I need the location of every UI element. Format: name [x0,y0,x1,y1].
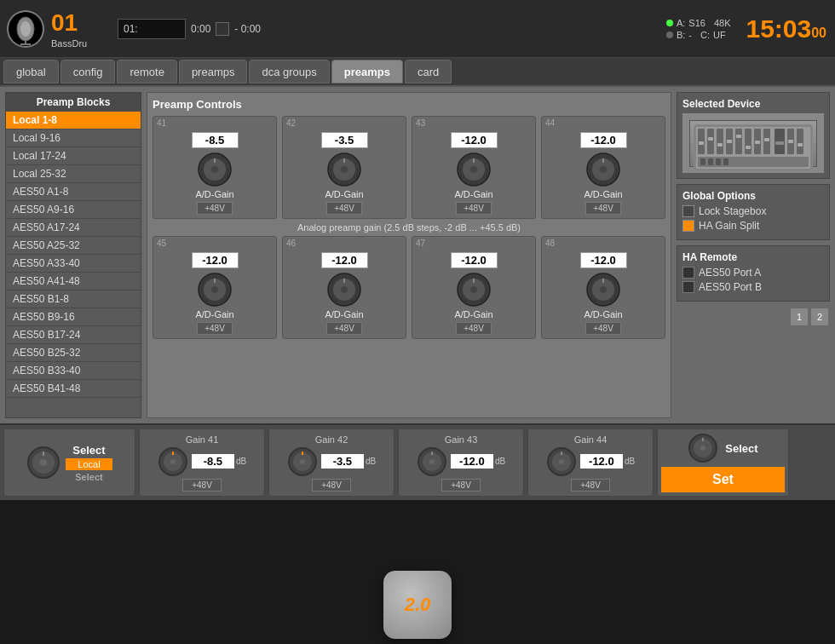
gain42-knob[interactable] [287,446,318,477]
gain42-phantom[interactable]: +48V [312,479,351,492]
tab-preamps-active[interactable]: preamps [331,60,403,83]
svg-point-35 [600,286,607,293]
status-c-value: UF [713,30,726,40]
gain43-phantom[interactable]: +48V [441,479,481,492]
knob-label-48: A/D-Gain [584,309,622,319]
svg-rect-47 [735,129,742,154]
channel-icon [7,10,44,48]
status-indicators: A: S16 48K B: - C: UF [659,18,738,40]
preamp-blocks-title: Preamp Blocks [6,93,141,112]
knob-48[interactable] [585,272,621,308]
status-a-dot [666,20,673,26]
device-repr [689,120,816,167]
status-a-value: S16 [688,18,705,28]
block-item-local17-24[interactable]: Local 17-24 [6,147,141,165]
right-panel: Selected Device [677,92,830,418]
ha-gain-split-checkbox[interactable] [682,220,694,232]
tab-preamps1[interactable]: preamps [179,60,248,83]
block-item-aes50a33-40[interactable]: AES50 A33-40 [6,255,141,273]
gain-value-48: -12.0 [580,252,627,268]
tab-dca-groups[interactable]: dca groups [249,60,329,83]
block-item-aes50b33-40[interactable]: AES50 B33-40 [6,362,141,380]
gain-value-46: -12.0 [321,252,368,268]
block-item-local25-32[interactable]: Local 25-32 [6,165,141,183]
svg-rect-49 [745,129,752,154]
knob-id-46: 46 [286,239,296,248]
gain41-phantom[interactable]: +48V [182,479,222,492]
selected-device-title: Selected Device [682,98,824,110]
gain44-knob[interactable] [546,446,577,477]
knob-44[interactable] [585,152,621,187]
set-button[interactable]: Set [661,467,785,492]
gain43-value: -12.0 [451,454,493,469]
select-set-section: Select Set [657,428,789,497]
phantom-btn-43[interactable]: +48V [456,202,492,215]
block-item-aes50a9-16[interactable]: AES50 A9-16 [6,201,141,219]
phantom-btn-45[interactable]: +48V [197,322,233,335]
block-item-aes50b17-24[interactable]: AES50 B17-24 [6,326,141,344]
knob-43[interactable] [456,152,492,187]
phantom-btn-46[interactable]: +48V [326,322,362,335]
status-l-value: 48K [714,18,731,28]
block-item-aes50b41-48[interactable]: AES50 B41-48 [6,380,141,398]
tab-global[interactable]: global [3,60,59,83]
block-item-aes50a17-24[interactable]: AES50 A17-24 [6,219,141,237]
knob-id-42: 42 [286,118,296,128]
gain41-label: Gain 41 [186,434,219,445]
lock-stagebox-row: Lock Stagebox [682,205,824,217]
block-item-aes50a1-8[interactable]: AES50 A1-8 [6,183,141,201]
tab-card[interactable]: card [405,60,452,83]
svg-rect-54 [764,138,769,141]
svg-point-27 [341,286,348,293]
knob-41[interactable] [197,152,233,187]
transport-field[interactable] [118,19,186,39]
svg-point-72 [170,459,176,464]
phantom-btn-48[interactable]: +48V [585,322,621,335]
page-2[interactable]: 2 [811,308,828,325]
svg-point-11 [341,166,348,173]
aes50-port-a-checkbox[interactable] [682,267,694,279]
knob-id-45: 45 [157,239,166,248]
svg-rect-62 [700,158,705,165]
aes50-port-a-row: AES50 Port A [682,267,824,279]
bottom-bar: Select Local Select Gain 41 -8.5 dB +48V… [0,423,835,500]
knob-cell-41: 41-8.5 A/D-Gain+48V [153,116,277,219]
gain43-knob[interactable] [417,446,447,477]
knob-46[interactable] [326,272,362,308]
knob-45[interactable] [197,272,233,308]
knob-42[interactable] [326,152,362,187]
block-item-local1-8[interactable]: Local 1-8 [6,112,141,129]
phantom-btn-47[interactable]: +48V [456,322,492,335]
block-item-aes50b25-32[interactable]: AES50 B25-32 [6,344,141,362]
phantom-btn-41[interactable]: +48V [197,202,233,215]
knob-label-47: A/D-Gain [454,309,492,319]
phantom-btn-42[interactable]: +48V [326,202,362,215]
lock-stagebox-checkbox[interactable] [682,205,694,217]
ha-gain-split-label: HA Gain Split [699,220,759,232]
preamp-controls-title: Preamp Controls [153,98,665,111]
stop-button[interactable] [216,22,229,36]
time2: - 0:00 [234,23,261,35]
block-item-aes50a41-48[interactable]: AES50 A41-48 [6,273,141,290]
svg-rect-40 [699,141,704,145]
channel-number: 01 [51,9,87,37]
tab-remote[interactable]: remote [117,60,176,83]
tab-config[interactable]: config [60,60,116,83]
gain44-phantom[interactable]: +48V [571,479,610,492]
svg-rect-44 [717,143,723,147]
svg-point-88 [700,446,705,451]
ha-remote-title: HA Remote [682,251,824,263]
aes50-port-b-checkbox[interactable] [682,281,694,293]
block-item-aes50b9-16[interactable]: AES50 B9-16 [6,308,141,326]
block-item-aes50a25-32[interactable]: AES50 A25-32 [6,237,141,255]
block-item-local9-16[interactable]: Local 9-16 [6,129,141,147]
knob-grid-top: 41-8.5 A/D-Gain+48V42-3.5 A/D-Gain+48V43… [153,116,665,219]
gain-value-43: -12.0 [451,132,498,148]
page-1[interactable]: 1 [791,308,808,325]
select-value: Local [66,458,112,470]
phantom-btn-44[interactable]: +48V [585,202,621,215]
ha-gain-split-row: HA Gain Split [682,220,824,232]
block-item-aes50b1-8[interactable]: AES50 B1-8 [6,290,141,308]
knob-47[interactable] [456,272,492,308]
gain41-knob[interactable] [158,446,188,477]
